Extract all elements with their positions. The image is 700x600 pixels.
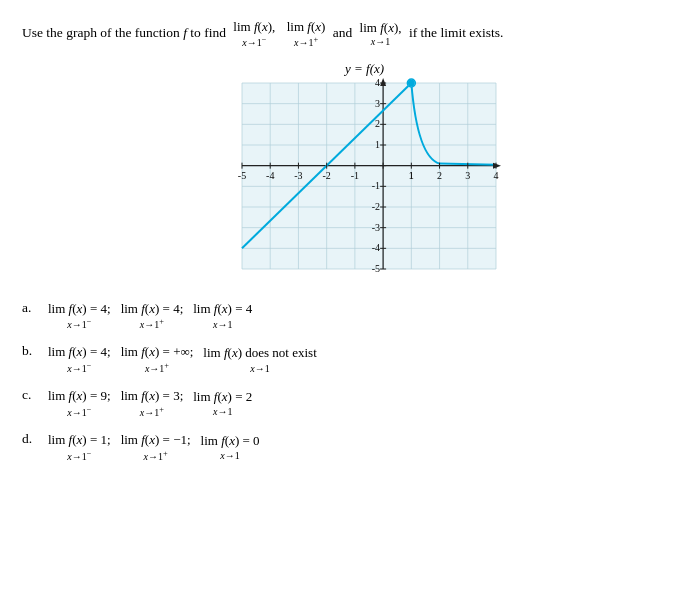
answer-a-letter: a. (22, 299, 44, 316)
d-limit3: lim f(x) = 0 x→1 (201, 431, 260, 464)
b-limit2: lim f(x) = +∞; x→1+ (121, 342, 194, 376)
and-text: and (333, 25, 356, 40)
page: Use the graph of the function f to find … (0, 0, 700, 600)
d-limit2: lim f(x) = −1; x→1+ (121, 430, 191, 464)
answers-section: a. lim f(x) = 4; x→1− lim f(x) = 4; x→1+… (22, 299, 678, 464)
answer-c-letter: c. (22, 386, 44, 403)
answer-c-content: lim f(x) = 9; x→1− lim f(x) = 3; x→1+ li… (44, 386, 256, 420)
answer-b: b. lim f(x) = 4; x→1− lim f(x) = +∞; x→1… (22, 342, 678, 376)
b-limit3: lim f(x) does not exist x→1 (203, 343, 316, 376)
answer-b-row: lim f(x) = 4; x→1− lim f(x) = +∞; x→1+ l… (44, 342, 321, 376)
limit2: lim f(x) x→1+ (287, 18, 326, 51)
answer-d-content: lim f(x) = 1; x→1− lim f(x) = −1; x→1+ l… (44, 430, 264, 464)
answer-a-content: lim f(x) = 4; x→1− lim f(x) = 4; x→1+ li… (44, 299, 256, 333)
answer-c: c. lim f(x) = 9; x→1− lim f(x) = 3; x→1+… (22, 386, 678, 420)
c-limit3: lim f(x) = 2 x→1 (193, 387, 252, 420)
question-text: Use the graph of the function f to find … (22, 18, 678, 51)
answer-c-row: lim f(x) = 9; x→1− lim f(x) = 3; x→1+ li… (44, 386, 256, 420)
answer-a-row: lim f(x) = 4; x→1− lim f(x) = 4; x→1+ li… (44, 299, 256, 333)
graph-canvas (190, 59, 510, 289)
answer-d-letter: d. (22, 430, 44, 447)
b-limit1: lim f(x) = 4; x→1− (48, 342, 111, 376)
a-limit1: lim f(x) = 4; x→1− (48, 299, 111, 333)
limit3: lim f(x), x→1 (360, 19, 402, 49)
answer-b-letter: b. (22, 342, 44, 359)
question-suffix: if the limit exists. (409, 25, 504, 40)
limit1: lim f(x), x→1− (233, 18, 275, 51)
a-limit3: lim f(x) = 4 x→1 (193, 299, 252, 332)
answer-d-row: lim f(x) = 1; x→1− lim f(x) = −1; x→1+ l… (44, 430, 264, 464)
answer-b-content: lim f(x) = 4; x→1− lim f(x) = +∞; x→1+ l… (44, 342, 321, 376)
c-limit2: lim f(x) = 3; x→1+ (121, 386, 184, 420)
answer-a: a. lim f(x) = 4; x→1− lim f(x) = 4; x→1+… (22, 299, 678, 333)
answer-d: d. lim f(x) = 1; x→1− lim f(x) = −1; x→1… (22, 430, 678, 464)
graph-container: y = f(x) (190, 59, 510, 289)
c-limit1: lim f(x) = 9; x→1− (48, 386, 111, 420)
question-prefix: Use the graph of the function f to find (22, 25, 226, 40)
d-limit1: lim f(x) = 1; x→1− (48, 430, 111, 464)
a-limit2: lim f(x) = 4; x→1+ (121, 299, 184, 333)
